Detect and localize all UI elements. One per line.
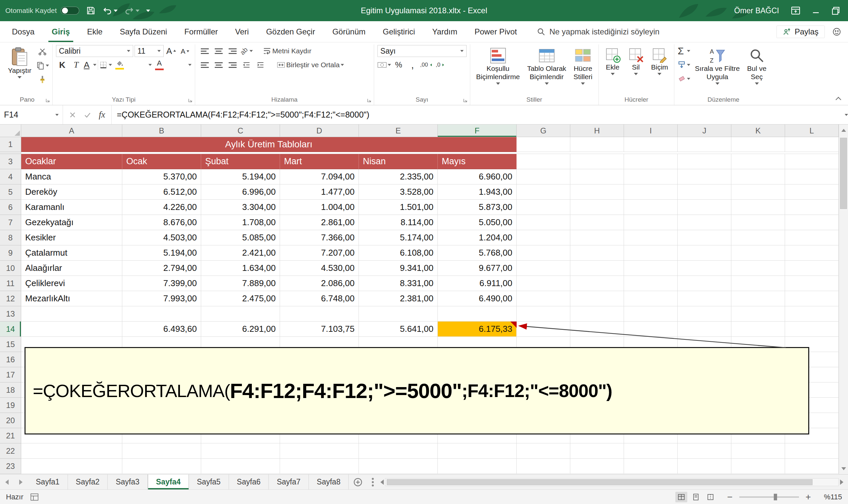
cell[interactable] [570, 184, 624, 200]
value-cell[interactable]: 4.226,00 [122, 200, 201, 215]
cell[interactable] [731, 154, 785, 169]
cell[interactable] [517, 184, 570, 200]
ribbon-tab-dosya[interactable]: Dosya [3, 21, 43, 42]
cell[interactable] [624, 169, 678, 184]
value-cell[interactable]: 5.873,00 [438, 200, 517, 215]
autosum-caret[interactable] [687, 50, 690, 52]
number-dialog-launcher[interactable] [463, 98, 468, 103]
value-cell[interactable]: 8.676,00 [122, 215, 201, 230]
row-header-7[interactable]: 7 [0, 215, 21, 230]
cell[interactable] [570, 154, 624, 169]
row-header-12[interactable]: 12 [0, 291, 21, 306]
row-header-11[interactable]: 11 [0, 276, 21, 291]
cell[interactable] [201, 458, 280, 474]
column-header-E[interactable]: E [359, 125, 438, 137]
conditional-formatting-button[interactable]: Koşullu Biçimlendirme [473, 45, 523, 95]
sort-filter-caret[interactable] [715, 83, 720, 85]
value-cell[interactable]: 7.399,00 [122, 276, 201, 291]
cell[interactable] [280, 458, 359, 474]
ribbon-tab-yard-m[interactable]: Yardım [423, 21, 466, 42]
cell[interactable] [678, 154, 731, 169]
bold-button[interactable]: K [56, 59, 69, 71]
increase-indent-button[interactable] [254, 59, 267, 71]
ribbon-tab-giri-[interactable]: Giriş [43, 21, 79, 42]
cell[interactable] [678, 444, 731, 458]
page-break-view-button[interactable] [705, 492, 716, 502]
column-header-J[interactable]: J [678, 125, 731, 137]
cell-styles-caret[interactable] [581, 83, 585, 85]
column-header-I[interactable]: I [624, 125, 678, 137]
cell[interactable] [731, 291, 785, 306]
cell[interactable] [21, 306, 122, 322]
scroll-down-button[interactable] [839, 463, 848, 474]
cell[interactable] [624, 458, 678, 474]
autosave-toggle[interactable]: Otomatik Kaydet [5, 7, 79, 15]
name-box-caret[interactable] [55, 114, 59, 116]
cell[interactable] [517, 215, 570, 230]
value-cell[interactable]: 2.861,00 [280, 215, 359, 230]
new-sheet-button[interactable] [349, 474, 367, 489]
cell[interactable] [624, 154, 678, 169]
increase-decimal-button[interactable]: ,00 [420, 59, 433, 71]
row-header-20[interactable]: 20 [0, 413, 21, 428]
alignment-dialog-launcher[interactable] [366, 98, 372, 103]
value-cell[interactable]: 3.304,00 [201, 200, 280, 215]
ribbon-tab-g-zden-ge-ir[interactable]: Gözden Geçir [258, 21, 324, 42]
name-cell[interactable]: Çatalarmut [21, 245, 122, 260]
value-cell[interactable]: 7.889,00 [201, 276, 280, 291]
expand-formula-bar-button[interactable] [833, 105, 848, 124]
row-header-9[interactable]: 9 [0, 245, 21, 260]
font-color-button[interactable]: A [153, 59, 166, 71]
value-cell[interactable]: 1.708,00 [201, 215, 280, 230]
undo-button[interactable] [102, 6, 118, 16]
redo-button[interactable] [124, 6, 139, 16]
name-cell[interactable]: Dereköy [21, 184, 122, 200]
name-cell[interactable]: Karamanlı [21, 200, 122, 215]
merge-center-button[interactable]: Birleştir ve Ortala [277, 59, 344, 71]
comma-style-button[interactable]: , [406, 59, 419, 71]
cell[interactable] [678, 184, 731, 200]
cell[interactable] [201, 444, 280, 458]
value-cell[interactable]: 7.207,00 [280, 245, 359, 260]
name-cell[interactable]: Manca [21, 169, 122, 184]
sheet-tab-splitter[interactable] [372, 481, 374, 483]
cell[interactable] [570, 458, 624, 474]
cell[interactable] [570, 276, 624, 291]
row-header-3[interactable]: 3 [0, 154, 21, 169]
accounting-format-button[interactable] [378, 59, 391, 71]
cell[interactable] [570, 230, 624, 245]
underline-dropdown-caret[interactable] [93, 64, 97, 66]
column-header-C[interactable]: C [201, 125, 280, 137]
ribbon-tab-form-ller[interactable]: Formüller [176, 21, 226, 42]
cell[interactable] [785, 184, 839, 200]
value-cell[interactable]: 9.677,00 [438, 260, 517, 276]
value-cell[interactable]: 6.490,00 [438, 291, 517, 306]
font-color-dropdown-caret[interactable] [188, 64, 192, 66]
fill-caret[interactable] [687, 64, 690, 66]
column-header-D[interactable]: D [280, 125, 359, 137]
cell[interactable] [517, 306, 570, 322]
header-cell-month[interactable]: Mart [280, 154, 359, 169]
decrease-decimal-button[interactable]: ,0 [434, 59, 447, 71]
insert-function-button[interactable]: fx [99, 110, 105, 120]
cell[interactable] [570, 137, 624, 152]
value-cell[interactable]: 2.335,00 [359, 169, 438, 184]
cell[interactable] [517, 291, 570, 306]
average-cell[interactable]: 5.641,00 [359, 322, 438, 337]
cell[interactable] [570, 200, 624, 215]
row-header-4[interactable]: 4 [0, 169, 21, 184]
cell[interactable] [731, 137, 785, 152]
number-format-combo[interactable]: Sayı [378, 45, 467, 57]
percent-style-button[interactable]: % [392, 59, 405, 71]
wrap-text-button[interactable]: Metni Kaydır [263, 45, 311, 57]
cell[interactable] [785, 245, 839, 260]
cell[interactable] [122, 306, 201, 322]
italic-button[interactable]: T [70, 59, 83, 71]
redo-dropdown-caret[interactable] [136, 10, 139, 12]
cell[interactable] [785, 154, 839, 169]
cell[interactable] [785, 276, 839, 291]
value-cell[interactable]: 2.475,00 [201, 291, 280, 306]
cell[interactable] [570, 444, 624, 458]
cell[interactable] [731, 444, 785, 458]
vertical-scrollbar[interactable] [839, 125, 848, 474]
